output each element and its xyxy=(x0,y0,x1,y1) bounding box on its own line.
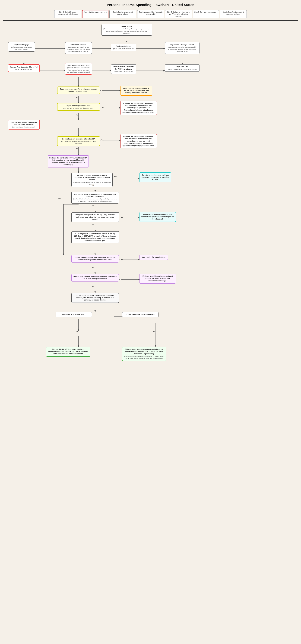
yes-label-immediate: Yes xyxy=(153,331,156,332)
yes-label-401k: Yes xyxy=(120,217,123,218)
max-401k-node: Max out 401(k), 4.3(b), or other employe… xyxy=(46,347,90,357)
yes-label-15pct: Yes xyxy=(58,198,61,199)
no-label-large: No xyxy=(92,184,94,186)
yes-label-hsa: Yes xyxy=(120,258,123,260)
close-savings-goals-node: C/Use savings for goals sooner than 3-5 … xyxy=(122,347,166,361)
step-box-3: Step 3: pay down high / moderate interes… xyxy=(137,10,164,18)
yes-label-college: Yes xyxy=(120,278,123,280)
step-box-4: Step 4: Savings for retirement in an IRA… xyxy=(165,10,192,18)
page-title: Personal Income Spending Flowchart - Uni… xyxy=(0,0,301,9)
build-small-emergency-node: Build Small Emergency Fund (Either $1000… xyxy=(65,63,92,75)
employer-match-question: Does your employer offer a retirement ac… xyxy=(57,86,100,94)
toth-traditional-node: Evaluate the merits of a Toth vs. Tradit… xyxy=(48,155,89,168)
step-legend: Step 0: Budget & reduce expenses, set re… xyxy=(0,9,301,20)
pay-income-earning-node: Pay Income Earning Expenses (Necessary t… xyxy=(165,42,200,54)
hsa-question: Do you have a qualified high-deductible … xyxy=(71,255,119,262)
yes-label-employer: Yes xyxy=(101,89,104,91)
no-label-15pct: No xyxy=(92,205,94,206)
step-box-6: Step 6: Save for other goals & advanced … xyxy=(220,10,247,18)
high-interest-question: Do you have high interest debt? (i.e., d… xyxy=(57,103,100,111)
increase-to-15pct-node: Increase contributions until you have re… xyxy=(140,212,176,222)
yes-label-mod: Yes xyxy=(101,139,104,141)
immediate-goals-question: Do you have more immediate goals? xyxy=(122,312,158,317)
no-label-employer: No xyxy=(76,97,78,98)
flowchart: Create Budget (Fundamental to a sound fi… xyxy=(3,21,298,644)
options-proceed-node: At this point, you have some options on … xyxy=(71,293,119,303)
no-label-401k: No xyxy=(92,224,94,225)
children-college-question: Do you have children and wish to help pa… xyxy=(71,274,119,282)
401k-question: Does your employer offer a 401(k), 4.3(b… xyxy=(71,212,119,222)
no-label-high: No xyxy=(76,114,78,116)
self-employed-node: If self-employed, contribute to an Indiv… xyxy=(71,231,119,244)
buy-food-node: Buy Food/Groceries (Depending on the sev… xyxy=(65,42,92,54)
pay-essential-node: Pay Essential Items (power, water, heat,… xyxy=(111,44,136,51)
create-budget-node: Create Budget (Fundamental to a sound fi… xyxy=(102,24,152,36)
pay-health-care-node: Pay Health Care (Health insurance and he… xyxy=(165,64,200,72)
max-hsa-node: Max yearly HSA contributions xyxy=(140,255,168,260)
step-box-1: Step 1: Build an emergency fund xyxy=(82,10,108,18)
contribute-full-match-node: Contribute the amount needed to get the … xyxy=(121,86,152,96)
step-box-0: Step 0: Budget & reduce expenses, set re… xyxy=(54,10,81,18)
yes-label-retire: Yes xyxy=(75,331,79,332)
no-label-hsa: No xyxy=(92,266,94,268)
avalanche-snowball-mod-node: Evaluate the merits of the "Avalanche" a… xyxy=(121,134,157,148)
make-minimum-payments-node: Make Minimum Payments On All Debts & Loa… xyxy=(111,64,136,74)
evaluate-529-node: Evaluate available savings/investment op… xyxy=(140,274,176,284)
no-label-mod: No xyxy=(76,148,78,150)
save-large-purchases-node: Save the amount needed for these expense… xyxy=(140,172,171,182)
pay-rent-node: pay Rent/Mortgage (Including renters or … xyxy=(8,42,35,52)
increase-emergency-node: Increase Emergency Fund to 3-6 Months Li… xyxy=(8,120,40,130)
yes-label-high: Yes xyxy=(101,106,104,108)
avalanche-snowball-high-node: Evaluate the merits of the "Avalanche" a… xyxy=(121,101,157,115)
pay-non-essential-node: Pay Any Non-Essential Bills in Full (Cab… xyxy=(8,64,40,72)
step-box-2: Step 2: Employer-sponsored matching fund… xyxy=(109,10,136,18)
retire-early-question: Would you like to retire early? xyxy=(56,312,92,317)
no-label-college: No xyxy=(92,286,94,287)
yes-label-large: Yes xyxy=(114,176,117,177)
saving-15pct-question: Are you currently saving at least 15% of… xyxy=(71,192,119,204)
moderate-interest-question: Do you have any moderate interest debt? … xyxy=(57,136,100,146)
step-box-5: Step 5: Save more for retirement xyxy=(193,10,219,18)
